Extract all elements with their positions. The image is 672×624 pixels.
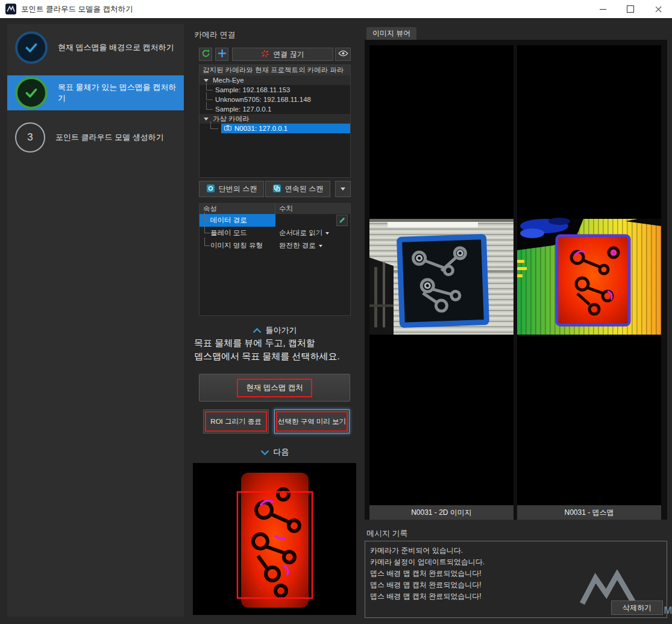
capture-current-depthmap-button[interactable]: 현재 뎁스맵 캡처 [199,374,350,402]
wizard-sidebar: 현재 뎁스맵을 배경으로 캡처하기 목표 물체가 있는 뎁스맵을 캡처하기 3 … [7,24,184,617]
step2-label: 목표 물체가 있는 뎁스맵을 캡처하기 [58,82,179,104]
chevron-down-icon [260,447,269,458]
continuous-scan-button[interactable]: 연속된 스캔 [265,181,330,197]
tree-item-label: Unknown5705: 192.168.11.148 [215,96,311,103]
tree-group-label: 가상 카메라 [213,115,250,124]
minimize-icon [600,9,606,10]
camera-list: 감지된 카메라와 현재 프로젝트의 카메라 파라 Mech-Eye Sample… [199,65,351,178]
preview-region-label: 선택한 구역 미리 보기 [278,417,346,426]
property-table-header: 속성 수치 [199,204,350,214]
camera-connection-title: 카메라 연결 [194,30,236,40]
next-label: 다음 [274,447,289,458]
property-data-path[interactable]: 데이터 경로 [199,214,275,227]
step3-number: 3 [27,131,33,143]
tree-group-mech-eye[interactable]: Mech-Eye [199,75,350,85]
2d-image [369,45,513,505]
value-naming-type-dropdown[interactable]: 완전한 경로 [275,239,350,252]
continuous-scan-label: 연속된 스캔 [285,184,323,194]
image-viewer-area: N0031 - 2D 이미지 [365,40,667,520]
annotation-red-box: 현재 뎁스맵 캡처 [237,379,312,397]
property-play-mode[interactable]: 플레이 모드 [199,227,275,239]
step2-done-check-icon [15,77,48,109]
tree-item-selected-camera[interactable]: N0031: 127.0.0.1 [199,124,350,133]
property-image-naming-type[interactable]: 이미지 명칭 유형 [199,239,275,252]
broken-link-icon [261,49,269,60]
table-row[interactable]: 플레이 모드 순서대로 읽기 [199,227,350,239]
depth-map-image [517,45,661,505]
tree-item-label: Sample: 127.0.0.1 [215,106,271,113]
refresh-camera-button[interactable] [199,48,212,61]
instruction-line2: 뎁스맵에서 목표 물체를 선택하세요. [194,350,356,363]
titlebar: 포인트 클라우드 모델을 캡처하기 [0,0,672,18]
maximize-icon [627,5,634,13]
preview-selected-region-button[interactable]: 선택한 구역 미리 보기 [274,409,350,433]
instruction-text: 목표 물체를 뷰에 두고, 캡처할 뎁스맵에서 목표 물체를 선택하세요. [194,336,356,363]
tree-item-label: Sample: 192.168.11.153 [215,86,290,93]
step1-done-check-icon [15,31,48,64]
delete-log-button[interactable]: 삭제하기 [611,600,663,615]
tree-item-camera[interactable]: Unknown5705: 192.168.11.148 [199,95,350,104]
chevron-up-icon [253,325,262,336]
play-mode-value: 순서대로 읽기 [279,228,322,238]
tree-item-camera[interactable]: Sample: 192.168.11.153 [199,85,350,95]
app-icon [5,4,16,14]
add-camera-button[interactable] [215,48,228,61]
end-roi-drawing-button[interactable]: ROI 그리기 종료 [203,409,269,433]
step3-number-icon: 3 [15,122,45,153]
column-value: 수치 [275,204,350,214]
step-generate-pointcloud-model[interactable]: 3 포인트 클라우드 모델 생성하기 [7,120,184,155]
value-play-mode-dropdown[interactable]: 순서대로 읽기 [275,227,350,239]
image-panel-depthmap: N0031 - 뎁스맵 [517,45,661,520]
depth-map-label: N0031 - 뎁스맵 [517,505,661,520]
close-button[interactable] [644,0,672,18]
eye-icon [338,50,348,58]
single-scan-label: 단번의 스캔 [219,184,257,194]
next-step-control[interactable]: 다음 [193,447,356,458]
roi-preview-image [193,463,356,615]
window-title: 포인트 클라우드 모델을 캡처하기 [21,4,133,14]
column-property: 속성 [199,204,275,214]
naming-type-value: 완전한 경로 [279,241,316,250]
window-controls [589,0,672,18]
maximize-button[interactable] [617,0,644,18]
table-row[interactable]: 데이터 경로 [199,214,350,227]
step-capture-background[interactable]: 현재 뎁스맵을 배경으로 캡처하기 [7,30,184,65]
refresh-icon [201,49,210,60]
scan-options-dropdown[interactable] [335,181,351,197]
log-message: 카메라 설정이 업데이트되었습니다. [370,556,662,568]
close-icon [655,5,662,13]
message-log-title: 메시지 기록 [366,528,408,539]
dropdown-arrow-icon [341,188,345,191]
message-log: 카메라가 준비되어 있습니다. 카메라 설정이 업데이트되었습니다. 뎁스 배경… [365,541,667,618]
plus-icon [218,49,226,59]
expander-icon[interactable] [204,118,209,121]
continuous-scan-icon [272,184,281,195]
log-message: 카메라가 준비되어 있습니다. [370,545,662,556]
tab-image-viewer[interactable]: 이미지 뷰어 [366,27,416,40]
dropdown-arrow-icon [319,245,322,247]
pencil-icon [339,216,346,225]
image-2d-label: N0031 - 2D 이미지 [369,505,513,520]
step-capture-target-depthmap[interactable]: 목표 물체가 있는 뎁스맵을 캡처하기 [7,75,184,110]
tree-group-virtual-camera[interactable]: 가상 카메라 [199,114,350,124]
step1-label: 현재 뎁스맵을 배경으로 캡처하기 [58,42,174,53]
single-scan-button[interactable]: 단번의 스캔 [199,181,264,197]
collapse-label: 들아가기 [266,325,297,336]
tree-item-camera[interactable]: Sample: 127.0.0.1 [199,104,350,114]
disconnect-button[interactable]: 연결 끊기 [232,48,333,61]
collapse-panel-control[interactable]: 들아가기 [193,325,356,336]
dropdown-arrow-icon [325,232,329,235]
expander-icon[interactable] [204,79,209,82]
minimize-button[interactable] [589,0,617,18]
camera-visibility-button[interactable] [335,48,351,61]
edit-path-button[interactable] [336,215,348,226]
camera-property-table: 속성 수치 데이터 경로 플레이 모드 순서대로 읽기 이미지 명칭 유형 완전… [199,203,351,316]
log-message: 뎁스 배경 맵 캡처 완료되었습니다! [370,579,662,591]
instruction-line1: 목표 물체를 뷰에 두고, 캡처할 [194,336,356,350]
log-message: 뎁스 배경 맵 캡처 완료되었습니다! [370,568,662,579]
step3-label: 포인트 클라우드 모델 생성하기 [55,132,164,143]
table-row[interactable]: 이미지 명칭 유형 완전한 경로 [199,239,350,252]
app-window: 포인트 클라우드 모델을 캡처하기 현재 뎁스맵을 배경으로 캡처하기 목표 물… [0,0,672,624]
tree-group-label: Mech-Eye [213,77,244,84]
selected-camera-label: N0031: 127.0.0.1 [234,125,287,132]
